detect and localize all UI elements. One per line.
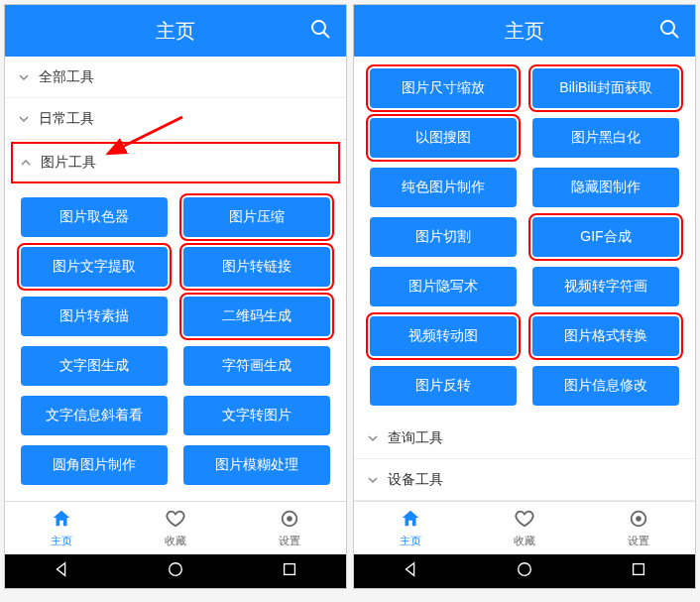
svg-line-1 xyxy=(324,33,330,39)
tool-label: 图片尺寸缩放 xyxy=(402,79,485,97)
search-icon[interactable] xyxy=(657,17,681,45)
tool-label: 图片切割 xyxy=(415,228,471,246)
tool-label: 图片模糊处理 xyxy=(215,456,298,474)
tool-label: 图片转链接 xyxy=(222,258,292,276)
home-icon xyxy=(51,508,72,532)
nav-home-icon[interactable] xyxy=(167,560,184,582)
tool-label: 图片隐写术 xyxy=(408,278,478,296)
category-label: 查询工具 xyxy=(388,429,443,447)
tool-button[interactable]: 隐藏图制作 xyxy=(532,168,679,207)
header: 主页 xyxy=(354,5,695,57)
heart-icon xyxy=(514,508,535,532)
tool-button[interactable]: 图片尺寸缩放 xyxy=(370,68,517,108)
svg-point-5 xyxy=(170,563,182,576)
tools-grid: 图片尺寸缩放BiliBili封面获取以图搜图图片黑白化纯色图片制作隐藏图制作图片… xyxy=(354,57,695,418)
tool-button[interactable]: 图片文字提取 xyxy=(21,247,168,287)
tab-label: 设置 xyxy=(279,534,300,548)
tool-button[interactable]: 二维码生成 xyxy=(183,297,330,336)
tab-label: 设置 xyxy=(628,534,649,548)
tool-label: 图片压缩 xyxy=(229,208,285,226)
android-nav xyxy=(5,554,346,588)
category-device-tools[interactable]: 设备工具 xyxy=(354,459,695,501)
tool-label: 图片格式转换 xyxy=(564,327,647,345)
nav-back-icon[interactable] xyxy=(53,560,70,582)
tool-button[interactable]: 视频转字符画 xyxy=(532,267,679,306)
tool-label: 以图搜图 xyxy=(415,129,471,147)
svg-point-10 xyxy=(637,517,641,521)
tool-label: 文字信息斜着看 xyxy=(46,407,143,424)
nav-back-icon[interactable] xyxy=(402,560,419,582)
tool-label: BiliBili封面获取 xyxy=(559,79,651,97)
tool-button[interactable]: 字符画生成 xyxy=(183,346,330,386)
tab-favorites[interactable]: 收藏 xyxy=(119,502,233,554)
category-query-tools[interactable]: 查询工具 xyxy=(354,418,695,459)
screen-right: 主页 图片尺寸缩放BiliBili封面获取以图搜图图片黑白化纯色图片制作隐藏图制… xyxy=(353,4,696,589)
tab-label: 主页 xyxy=(51,534,72,548)
search-icon[interactable] xyxy=(308,17,332,45)
tool-button[interactable]: 视频转动图 xyxy=(370,316,517,356)
content-left: 全部工具 日常工具 图片工具 图片取色器图片压缩图片文字提取图片转链接图片转素描… xyxy=(5,57,346,501)
gear-icon xyxy=(628,508,649,532)
tool-label: 二维码生成 xyxy=(222,307,292,325)
tab-home[interactable]: 主页 xyxy=(5,502,119,554)
svg-rect-12 xyxy=(633,564,643,575)
tool-label: 纯色图片制作 xyxy=(402,179,485,196)
svg-line-8 xyxy=(673,33,679,39)
tool-button[interactable]: 图片格式转换 xyxy=(532,316,679,356)
tab-settings[interactable]: 设置 xyxy=(232,502,346,554)
page-title: 主页 xyxy=(156,18,195,45)
bottom-tabs: 主页 收藏 设置 xyxy=(354,501,695,554)
tool-label: 文字转图片 xyxy=(222,407,292,424)
gear-icon xyxy=(279,508,300,532)
screen-left: 主页 全部工具 日常工具 图片工具 图片取色器图片压缩图片文字提取图片转链接图片… xyxy=(4,4,347,589)
android-nav xyxy=(354,554,695,588)
tool-button[interactable]: 以图搜图 xyxy=(370,118,517,158)
page-title: 主页 xyxy=(505,18,544,45)
tool-button[interactable]: 图片信息修改 xyxy=(532,366,679,406)
tool-button[interactable]: BiliBili封面获取 xyxy=(532,68,679,108)
bottom-tabs: 主页 收藏 设置 xyxy=(5,501,346,554)
category-image-tools[interactable]: 图片工具 xyxy=(11,142,340,183)
category-daily-tools[interactable]: 日常工具 xyxy=(5,98,346,140)
tool-button[interactable]: 纯色图片制作 xyxy=(370,168,517,207)
tool-button[interactable]: 图片切割 xyxy=(370,217,517,257)
tool-label: 圆角图片制作 xyxy=(53,456,136,474)
svg-point-7 xyxy=(661,21,674,34)
chevron-down-icon xyxy=(366,432,380,444)
tool-button[interactable]: 图片黑白化 xyxy=(532,118,679,158)
tool-button[interactable]: 图片反转 xyxy=(370,366,517,406)
tab-settings[interactable]: 设置 xyxy=(581,502,695,554)
tool-button[interactable]: GIF合成 xyxy=(532,217,679,257)
tool-button[interactable]: 图片隐写术 xyxy=(370,267,517,306)
tool-button[interactable]: 文字信息斜着看 xyxy=(21,396,168,435)
nav-recent-icon[interactable] xyxy=(630,560,647,582)
tool-label: 图片信息修改 xyxy=(564,377,647,395)
tool-button[interactable]: 图片压缩 xyxy=(183,197,330,237)
tool-button[interactable]: 圆角图片制作 xyxy=(21,445,168,485)
tool-button[interactable]: 图片取色器 xyxy=(21,197,168,237)
tools-grid: 图片取色器图片压缩图片文字提取图片转链接图片转素描二维码生成文字图生成字符画生成… xyxy=(5,185,346,497)
category-label: 全部工具 xyxy=(39,68,94,86)
tool-button[interactable]: 图片转链接 xyxy=(183,247,330,287)
chevron-down-icon xyxy=(366,474,380,486)
svg-rect-6 xyxy=(284,564,294,575)
tab-favorites[interactable]: 收藏 xyxy=(468,502,582,554)
tool-label: 视频转字符画 xyxy=(564,278,647,296)
tool-button[interactable]: 图片转素描 xyxy=(21,297,168,336)
tool-button[interactable]: 文字图生成 xyxy=(21,346,168,386)
chevron-down-icon xyxy=(17,71,31,83)
tool-label: 图片文字提取 xyxy=(53,258,136,276)
tool-button[interactable]: 图片模糊处理 xyxy=(183,445,330,485)
header: 主页 xyxy=(5,5,346,57)
category-label: 日常工具 xyxy=(39,110,94,128)
tab-label: 收藏 xyxy=(165,534,186,548)
nav-home-icon[interactable] xyxy=(516,560,533,582)
tab-home[interactable]: 主页 xyxy=(354,502,468,554)
nav-recent-icon[interactable] xyxy=(281,560,298,582)
tool-button[interactable]: 文字转图片 xyxy=(183,396,330,435)
home-icon xyxy=(400,508,421,532)
content-right: 图片尺寸缩放BiliBili封面获取以图搜图图片黑白化纯色图片制作隐藏图制作图片… xyxy=(354,57,695,501)
tool-label: 图片转素描 xyxy=(59,307,129,325)
category-all-tools[interactable]: 全部工具 xyxy=(5,57,346,98)
svg-point-4 xyxy=(288,517,292,521)
